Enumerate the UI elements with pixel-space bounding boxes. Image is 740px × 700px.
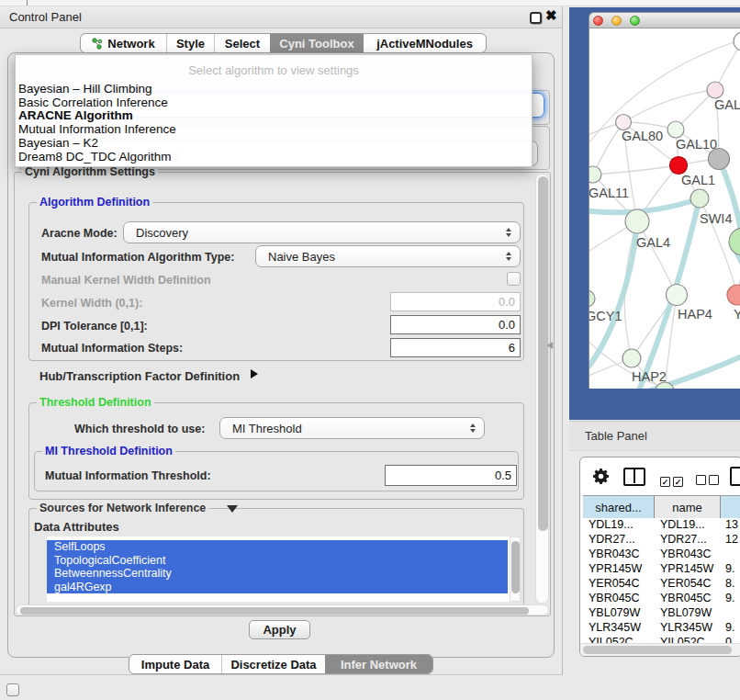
dpi-tolerance-label: DPI Tolerance [0,1]: [41,320,148,333]
node[interactable] [690,189,709,208]
network-canvas[interactable]: GAL2 GAL80 GAL10 GAL1 GAL11 SWI4 GAL4 GC… [589,28,740,389]
columns-icon[interactable] [623,468,645,486]
tab-infer-network[interactable]: Infer Network [325,655,432,673]
list-item[interactable]: BetweennessCentrality [47,567,508,581]
kernel-width-field[interactable]: 0.0 [390,292,521,311]
popup-item-selected[interactable]: ARACNE Algorithm [18,108,133,122]
table-cell[interactable]: YPR145W [589,562,642,575]
mi-threshold-field[interactable]: 0.5 [385,465,517,486]
node[interactable] [667,285,688,306]
table-cell[interactable]: 8. [725,577,734,590]
table-cell[interactable]: 9. [725,562,734,575]
table-cell[interactable]: YER054C [589,577,640,590]
apply-button[interactable]: Apply [249,620,310,639]
hub-expand-icon[interactable] [251,369,258,378]
popup-item[interactable]: Bayesian – K2 [18,136,98,150]
mi-threshold-title: MI Threshold Definition [42,445,175,457]
dpi-tolerance-field[interactable]: 0.0 [390,315,521,334]
table-cell[interactable]: YBL079W [660,606,712,619]
which-threshold-combo[interactable]: MI Threshold [219,417,485,439]
tab-cyni-toolbox[interactable]: Cyni Toolbox [270,34,364,52]
list-scrollbar[interactable] [510,536,521,602]
node[interactable] [625,209,649,233]
tab-select[interactable]: Select [214,34,270,52]
popup-item[interactable]: Basic Correlation Inference [18,96,168,109]
sources-collapse-icon[interactable] [227,505,238,513]
table-cell[interactable]: YLR345W [660,621,712,634]
column-header[interactable] [721,496,740,518]
node-gal1[interactable] [670,157,688,175]
column-header[interactable]: shared... [583,496,655,518]
export-table-icon[interactable] [730,467,740,486]
mi-type-combo[interactable]: Naive Bayes [255,245,521,267]
table-cell[interactable]: YBL079W [589,606,640,619]
popup-item[interactable]: Bayesian – Hill Climbing [18,82,152,96]
table-cell[interactable]: YBR043C [589,548,640,560]
table-cell[interactable]: YPR145W [660,562,713,575]
node[interactable] [616,115,632,130]
app-toolbar-strip [0,0,740,6]
close-icon[interactable]: ✖ [545,7,557,24]
column-header[interactable]: name [655,496,721,518]
node[interactable] [734,32,740,51]
table-cell[interactable]: YLR345W [589,621,641,634]
zoom-traffic-light[interactable] [630,16,640,26]
node-label: GCY1 [589,309,622,323]
table-cell[interactable]: YDL19... [589,518,633,531]
node[interactable] [729,228,740,255]
table-cell[interactable]: YER054C [660,577,712,590]
settings-hscrollbar-thumb[interactable] [20,607,529,615]
manual-kernel-checkbox[interactable] [507,272,521,286]
table-cell[interactable]: 9. [725,592,734,604]
split-pane-arrow[interactable] [547,342,553,349]
settings-scrollbar[interactable] [535,174,549,604]
node[interactable] [622,349,641,367]
close-traffic-light[interactable] [593,16,603,26]
data-attributes-list[interactable]: SelfLoops TopologicalCoefficient Between… [47,536,521,602]
tab-jactivemnodules[interactable]: jActiveMNodules [364,34,486,52]
tab-network[interactable]: Network [81,34,166,52]
node[interactable] [589,166,601,183]
node[interactable] [707,82,723,98]
list-scrollbar-thumb[interactable] [511,541,520,593]
table-cell[interactable]: YDR27... [660,533,707,546]
tab-impute-data[interactable]: Impute Data [129,655,221,673]
table-hscrollbar[interactable] [580,643,740,656]
which-threshold-label: Which threshold to use: [74,423,205,435]
table-cell[interactable]: YBR045C [660,592,712,604]
table-cell[interactable]: YBR045C [589,592,640,604]
popup-placeholder: Select algorithm to view settings [16,63,532,77]
tab-style[interactable]: Style [166,34,214,52]
float-window-icon[interactable] [530,12,542,24]
node[interactable] [727,285,740,305]
table-cell[interactable]: 12 [725,533,738,546]
tab-discretize-data[interactable]: Discretize Data [221,655,325,673]
combo-spinner-icon [506,252,512,261]
node-label: GAL1 [681,173,715,187]
list-item[interactable]: SelfLoops [47,540,508,554]
network-window-titlebar[interactable] [589,12,740,28]
minimized-panel-icon[interactable] [6,683,19,696]
table-cell[interactable]: 9. [725,621,734,634]
table-cell[interactable]: 13 [725,518,738,531]
aracne-mode-combo[interactable]: Discovery [123,221,521,243]
popup-item[interactable]: Mutual Information Inference [18,122,176,136]
column-header-label: shared... [595,501,642,514]
table-cell[interactable]: YBR043C [660,548,712,560]
popup-item[interactable]: Dream8 DC_TDC Algorithm [18,150,172,164]
node[interactable] [589,290,595,307]
table-hscrollbar-thumb[interactable] [583,646,732,654]
table-cell[interactable]: YDL19... [660,518,705,531]
settings-hscrollbar[interactable] [16,604,549,615]
table-cell[interactable]: YDR27... [589,533,635,546]
gear-icon[interactable] [593,469,609,488]
select-all-columns-icon[interactable]: ✓✓ [660,472,686,489]
node-label: GAL11 [589,186,629,200]
list-item[interactable]: TopologicalCoefficient [47,554,508,568]
settings-scrollbar-thumb[interactable] [538,176,548,531]
minimize-traffic-light[interactable] [611,16,622,26]
deselect-all-columns-icon[interactable] [696,472,722,489]
list-item[interactable]: gal4RGexp [47,581,508,594]
mi-steps-field[interactable]: 6 [390,338,521,357]
node[interactable] [667,121,684,138]
